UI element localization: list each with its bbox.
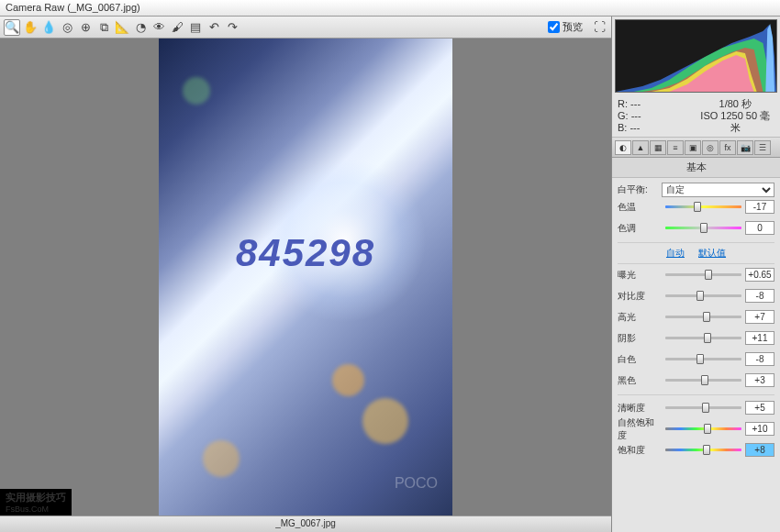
fullscreen-icon[interactable]: ⛶: [591, 19, 607, 36]
exposure-label: 曝光: [618, 269, 662, 282]
temp-label: 色温: [618, 201, 662, 214]
gradient-tool-icon[interactable]: ▤: [187, 19, 204, 36]
blacks-label: 黑色: [618, 374, 662, 387]
straighten-tool-icon[interactable]: 📐: [114, 19, 130, 36]
toolbar: 🔍 ✋ 💧 ◎ ⊕ ⧉ 📐 ◔ 👁 🖌 ▤ ↶ ↷ 预览 ⛶: [0, 17, 611, 39]
contrast-label: 对比度: [618, 290, 662, 303]
shadows-value[interactable]: +11: [745, 331, 774, 345]
target-adjust-icon[interactable]: ⊕: [77, 19, 94, 36]
contrast-value[interactable]: -8: [745, 289, 774, 303]
tab-split-icon[interactable]: ▣: [685, 140, 701, 155]
preview-checkbox[interactable]: [548, 21, 560, 33]
settings-panel: R: ---G: ---B: --- 1/80 秒ISO 1250 50 毫米 …: [611, 17, 780, 532]
tint-slider[interactable]: [665, 227, 741, 229]
whites-value[interactable]: -8: [745, 352, 774, 366]
auto-link[interactable]: 自动: [666, 248, 685, 258]
panel-tabs: ◐ ▲ ▦ ≡ ▣ ◎ fx 📷 ☰: [612, 138, 780, 158]
tint-label: 色调: [618, 222, 662, 235]
hand-tool-icon[interactable]: ✋: [22, 19, 39, 36]
blacks-slider[interactable]: [665, 379, 741, 382]
exposure-value[interactable]: +0.65: [745, 268, 774, 282]
rotate-ccw-icon[interactable]: ↶: [206, 19, 222, 36]
histogram[interactable]: [615, 19, 777, 93]
highlights-value[interactable]: +7: [745, 310, 774, 324]
brush-tool-icon[interactable]: 🖌: [169, 19, 185, 36]
corner-badge: 实用摄影技巧 FsBus.CoM: [0, 489, 72, 515]
redeye-tool-icon[interactable]: 👁: [150, 19, 167, 36]
clarity-label: 清晰度: [618, 402, 662, 415]
rotate-cw-icon[interactable]: ↷: [224, 19, 240, 36]
poco-watermark: POCO: [395, 475, 438, 492]
color-sampler-icon[interactable]: ◎: [59, 19, 75, 36]
wb-tool-icon[interactable]: 💧: [40, 19, 57, 36]
window-title: Camera Raw (_MG_0067.jpg): [0, 0, 780, 17]
image-canvas[interactable]: 845298 POCO 实用摄影技巧 FsBus.CoM: [0, 39, 611, 515]
watermark-text: 845298: [236, 231, 375, 275]
crop-tool-icon[interactable]: ⧉: [95, 19, 112, 36]
tab-preset-icon[interactable]: ☰: [754, 140, 771, 155]
highlights-slider[interactable]: [665, 316, 741, 318]
saturation-value[interactable]: +8: [745, 443, 774, 457]
vibrance-value[interactable]: +10: [745, 422, 774, 436]
default-link[interactable]: 默认值: [698, 248, 726, 258]
clarity-slider[interactable]: [665, 406, 741, 409]
vibrance-slider[interactable]: [665, 427, 741, 430]
tab-hsl-icon[interactable]: ≡: [667, 140, 684, 155]
saturation-slider[interactable]: [665, 449, 741, 451]
clarity-value[interactable]: +5: [745, 401, 774, 415]
tab-curve-icon[interactable]: ▲: [632, 140, 649, 155]
photo-preview: 845298 POCO: [159, 39, 452, 515]
tab-cal-icon[interactable]: 📷: [737, 140, 753, 155]
spot-tool-icon[interactable]: ◔: [132, 19, 149, 36]
temp-slider[interactable]: [665, 205, 741, 208]
wb-label: 白平衡:: [618, 183, 662, 196]
blacks-value[interactable]: +3: [745, 373, 774, 387]
tab-fx-icon[interactable]: fx: [719, 140, 736, 155]
tab-detail-icon[interactable]: ▦: [650, 140, 666, 155]
shadows-label: 阴影: [618, 332, 662, 345]
temp-value[interactable]: -17: [745, 200, 774, 214]
zoom-tool-icon[interactable]: 🔍: [4, 19, 20, 36]
filename-label: _MG_0067.jpg: [0, 515, 611, 532]
saturation-label: 饱和度: [618, 444, 662, 457]
tab-basic-icon[interactable]: ◐: [615, 140, 631, 155]
tab-lens-icon[interactable]: ◎: [702, 140, 719, 155]
whites-label: 白色: [618, 353, 662, 366]
whites-slider[interactable]: [665, 358, 741, 360]
exposure-slider[interactable]: [665, 273, 741, 276]
vibrance-label: 自然饱和度: [618, 416, 662, 442]
tint-value[interactable]: 0: [745, 221, 774, 235]
panel-title: 基本: [612, 158, 780, 178]
shadows-slider[interactable]: [665, 337, 741, 339]
contrast-slider[interactable]: [665, 294, 741, 297]
preview-label: 预览: [563, 20, 583, 34]
highlights-label: 高光: [618, 311, 662, 324]
exif-info: R: ---G: ---B: --- 1/80 秒ISO 1250 50 毫米: [612, 95, 780, 138]
wb-select[interactable]: 自定: [662, 183, 774, 197]
